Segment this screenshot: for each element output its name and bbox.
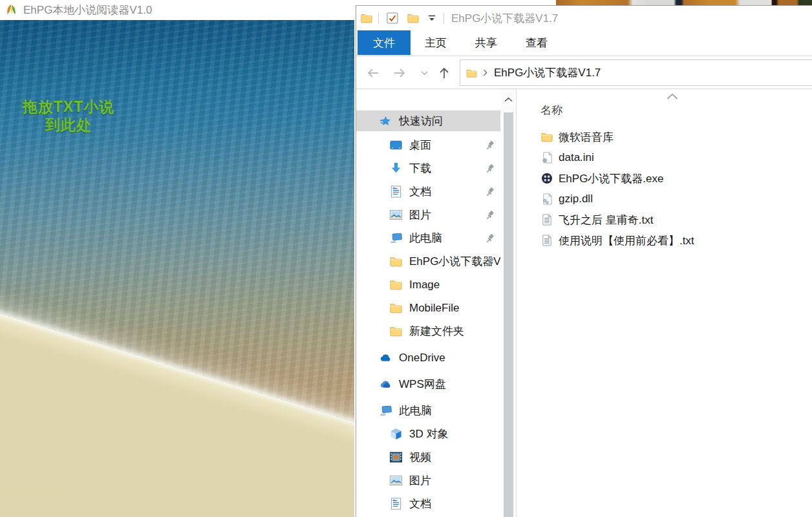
sidebar-item-ehpg-folder[interactable]: EhPG小说下载器V1.7 [356, 252, 500, 271]
arrow-right-icon [392, 66, 407, 80]
pin-icon[interactable] [486, 211, 495, 220]
sidebar-item-onedrive[interactable]: OneDrive [356, 348, 500, 367]
sidebar-item-quick-access[interactable]: 快速访问 [356, 111, 500, 131]
drop-hint-line2: 到此处 [18, 116, 119, 134]
computer-icon [390, 232, 402, 244]
documents-icon [390, 498, 402, 510]
navigation-pane: 快速访问 桌面 下载 文档 图片 [356, 89, 500, 517]
pin-icon[interactable] [486, 234, 495, 243]
pictures-icon [390, 474, 402, 487]
pictures-icon [390, 209, 402, 221]
file-row-ehpg-exe[interactable]: EhPG小说下载器.exe [517, 168, 812, 189]
folder-icon [390, 302, 402, 314]
onedrive-cloud-icon [379, 352, 392, 364]
sidebar-item-desktop[interactable]: 桌面 [356, 136, 500, 154]
file-row-gzip-dll[interactable]: gzip.dll [517, 189, 812, 209]
pin-icon[interactable] [486, 187, 495, 196]
column-header-name[interactable]: 名称 [540, 103, 562, 118]
address-bar-row: EhPG小说下载器V1.7 [356, 57, 812, 89]
explorer-app-folder-icon [361, 13, 372, 23]
folder-icon [390, 255, 402, 268]
tab-view[interactable]: 查看 [511, 30, 562, 55]
toolbar-separator [378, 13, 379, 24]
qat-properties-button[interactable] [387, 12, 398, 24]
sidebar-item-videos[interactable]: 视频 [356, 448, 500, 467]
toolbar-separator [443, 13, 444, 24]
reader-window-title: EhPG本地小说阅读器V1.0 [23, 3, 152, 17]
sidebar-item-downloads[interactable]: 下载 [356, 159, 500, 178]
folder-icon [390, 325, 402, 337]
sort-ascending-caret-icon [667, 93, 678, 100]
reader-app-icon [5, 4, 18, 17]
sidebar-item-image-folder[interactable]: Image [356, 275, 500, 294]
file-row-readme-txt[interactable]: 使用说明【使用前必看】.txt [517, 230, 812, 251]
sidebar-item-new-folder[interactable]: 新建文件夹 [356, 322, 500, 341]
sidebar-item-mobilefile-folder[interactable]: MobileFile [356, 299, 500, 317]
up-button[interactable] [434, 63, 454, 83]
qat-new-folder-button[interactable] [407, 13, 419, 23]
sidebar-item-pictures-pc[interactable]: 图片 [356, 471, 500, 490]
3d-cube-icon [390, 428, 402, 440]
forward-button[interactable] [390, 63, 409, 83]
tab-file[interactable]: 文件 [358, 30, 411, 55]
sidebar-scrollbar[interactable] [501, 89, 516, 517]
film-icon [390, 451, 402, 463]
drop-hint-text: 拖放TXT小说 到此处 [18, 98, 119, 134]
arrow-up-icon [437, 66, 451, 80]
desktop-icon [390, 139, 402, 151]
file-list-pane: 名称 微软语音库 data.ini EhPG小说下载器.exe gzip.dll [516, 89, 812, 517]
breadcrumb-chevron-icon [483, 69, 487, 76]
sidebar-item-this-pc-pinned[interactable]: 此电脑 [356, 229, 500, 248]
sidebar-item-3d-objects[interactable]: 3D 对象 [356, 425, 500, 443]
pin-icon[interactable] [486, 164, 495, 173]
ribbon-tab-bar: 文件 主页 共享 查看 [356, 30, 812, 56]
folder-icon [407, 13, 419, 23]
txt-file-icon [541, 214, 553, 226]
breadcrumb-path[interactable]: EhPG小说下载器V1.7 [494, 65, 601, 80]
back-button[interactable] [363, 63, 383, 83]
wps-cloud-icon [379, 378, 392, 390]
file-row-voice-folder[interactable]: 微软语音库 [517, 127, 812, 147]
reader-drop-area[interactable]: 拖放TXT小说 到此处 [0, 20, 354, 517]
explorer-content: 快速访问 桌面 下载 文档 图片 [356, 89, 812, 517]
download-arrow-icon [390, 162, 402, 174]
chevron-down-icon [421, 70, 428, 76]
pin-icon[interactable] [486, 141, 495, 150]
file-rows: 微软语音库 data.ini EhPG小说下载器.exe gzip.dll 飞升… [517, 127, 812, 251]
explorer-window: EhPG小说下载器V1.7 文件 主页 共享 查看 EhPG小说下载器V1.7 [356, 5, 812, 517]
sidebar-item-this-pc[interactable]: 此电脑 [356, 401, 500, 420]
beach-sand [0, 302, 354, 517]
file-row-data-ini[interactable]: data.ini [517, 147, 812, 168]
address-bar[interactable]: EhPG小说下载器V1.7 [460, 59, 812, 86]
address-folder-icon [466, 69, 477, 78]
ini-file-icon [541, 152, 553, 164]
documents-icon [390, 185, 402, 198]
pin-icon[interactable] [486, 257, 495, 266]
folder-icon [390, 279, 402, 291]
explorer-window-title: EhPG小说下载器V1.7 [451, 11, 558, 26]
recent-locations-dropdown[interactable] [414, 63, 434, 83]
background-window-sliver [556, 0, 812, 5]
folder-icon [541, 131, 553, 143]
explorer-titlebar[interactable]: EhPG小说下载器V1.7 [356, 6, 812, 30]
sidebar-item-documents-pc[interactable]: 文档 [356, 494, 500, 513]
sidebar-item-pictures[interactable]: 图片 [356, 206, 500, 224]
computer-icon [379, 405, 392, 417]
tab-home[interactable]: 主页 [411, 30, 461, 55]
qat-customize-dropdown[interactable] [428, 15, 436, 21]
reader-window: EhPG本地小说阅读器V1.0 拖放TXT小说 到此处 [0, 0, 354, 517]
chevron-up-icon [504, 97, 513, 102]
sidebar-item-documents[interactable]: 文档 [356, 182, 500, 201]
txt-file-icon [541, 235, 553, 246]
dll-file-icon [541, 193, 553, 205]
sidebar-item-wps-cloud[interactable]: WPS网盘 [356, 375, 500, 394]
drop-hint-line1: 拖放TXT小说 [18, 98, 119, 116]
toolbar-dropdown-icon [428, 15, 436, 21]
arrow-left-icon [366, 66, 380, 80]
file-row-novel-txt[interactable]: 飞升之后 皇甫奇.txt [517, 209, 812, 230]
tab-share[interactable]: 共享 [461, 30, 511, 55]
exe-file-icon [541, 173, 553, 184]
scrollbar-up-arrow[interactable] [501, 93, 516, 106]
reader-titlebar[interactable]: EhPG本地小说阅读器V1.0 [0, 0, 354, 20]
scrollbar-thumb[interactable] [504, 112, 513, 517]
